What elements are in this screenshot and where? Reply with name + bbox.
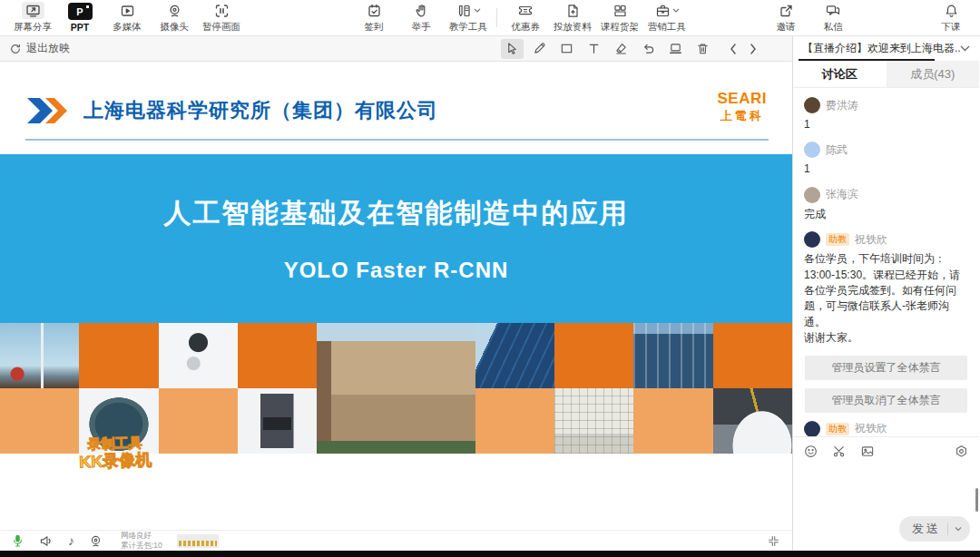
raise-hand-icon [414, 2, 429, 19]
refresh-circle-icon [9, 43, 22, 55]
seari-logo-subtext: 上電科 [718, 108, 767, 124]
pencil-tool[interactable] [528, 39, 551, 59]
speaker-button[interactable] [39, 534, 54, 548]
next-page-button[interactable] [748, 39, 759, 59]
laser-screen-tool[interactable] [664, 39, 687, 59]
username: 张海滨 [826, 187, 858, 202]
select-cursor-tool[interactable] [501, 39, 524, 59]
live-intro-header[interactable]: 【直播介绍】欢迎来到上海电器... [793, 36, 979, 61]
push-materials-button[interactable]: 投放资料 [549, 0, 596, 35]
undo-tool[interactable] [637, 39, 660, 59]
orange-tile [554, 323, 633, 388]
exit-presentation-label: 退出放映 [26, 41, 70, 56]
screen-share-button[interactable]: 屏幕分享 [9, 0, 56, 35]
screenshot-button[interactable] [832, 445, 846, 458]
toolbar-separator [496, 8, 497, 27]
audio-level-meter [177, 534, 219, 548]
toolbar-button-label: PPT [71, 22, 89, 33]
chat-panel: 【直播介绍】欢迎来到上海电器... 讨论区 成员(43) 费洪涛 1 陈武 1 [793, 36, 979, 551]
double-chevron-logo [25, 97, 71, 124]
settings-nut-icon [955, 445, 968, 458]
toolbar-button-label: 举手 [412, 21, 431, 34]
text-tool[interactable] [583, 39, 605, 59]
music-note-icon[interactable]: ♪ [68, 533, 74, 548]
photo-circuit-breaker [238, 388, 317, 454]
prev-page-button[interactable] [728, 39, 739, 59]
toolbar-button-label: 邀请 [777, 21, 796, 34]
assistant-badge: 助教 [826, 233, 849, 246]
exit-fullscreen-button[interactable] [768, 535, 779, 547]
raise-hand-button[interactable]: 举手 [397, 0, 445, 35]
presentation-subtoolbar: 退出放映 [0, 36, 792, 62]
sign-in-button[interactable]: 签到 [350, 0, 397, 35]
toolbar-button-label: 投放资料 [554, 21, 592, 34]
annotation-toolbar [501, 39, 754, 59]
toolbar-button-label: 下课 [942, 21, 961, 34]
coupon-button[interactable]: 优惠券 [502, 0, 549, 35]
screen-share-icon [22, 2, 44, 19]
toolbar-button-label: 课程货架 [601, 21, 639, 34]
live-intro-title: 【直播介绍】欢迎来到上海电器... [802, 41, 960, 56]
toolbar-button-label: 教学工具 [449, 21, 487, 34]
chevron-down-icon [672, 8, 680, 13]
teaching-tools-button[interactable]: 教学工具 [445, 0, 492, 35]
trash-icon [696, 42, 710, 55]
emoji-button[interactable] [804, 445, 818, 458]
slide-subtitle: YOLO Faster R-CNN [284, 258, 509, 283]
chat-message-list[interactable]: 费洪涛 1 陈武 1 张海滨 完成 [793, 88, 979, 436]
clear-trash-tool[interactable] [691, 39, 714, 59]
invite-button[interactable]: 邀请 [762, 0, 809, 35]
eraser-tool[interactable] [610, 39, 632, 59]
sign-in-check-icon [367, 2, 382, 19]
marketing-tools-button[interactable]: 营销工具 [643, 0, 691, 35]
network-info: 网络良好 累计丢包:10 [121, 531, 162, 551]
chevron-left-icon [728, 43, 739, 55]
orange-tile [238, 323, 317, 388]
toolbar-button-label: 暂停画面 [202, 21, 240, 34]
bottom-status-bar: ♪ 网络良好 累计丢包:10 [0, 530, 792, 551]
send-options-chevron-icon[interactable] [955, 526, 962, 532]
message-text: 完成 [804, 207, 968, 222]
chat-input-area[interactable]: 发送 [793, 436, 979, 551]
camera-button[interactable]: 摄像头 [151, 0, 198, 35]
photo-solar-panels [475, 323, 554, 388]
toolbar-left-group: 屏幕分享 P PPT 多媒体 摄像头 暂停画面 [9, 0, 245, 35]
avatar [804, 231, 820, 248]
end-class-button[interactable]: 下课 [927, 0, 975, 35]
pencil-icon [533, 42, 546, 55]
tab-members[interactable]: 成员(43) [887, 61, 980, 87]
message-text: 各位学员，下午培训时间为：13:00-15:30。课程已经开始，请各位学员完成签… [804, 251, 968, 346]
orange-tile [79, 323, 158, 388]
toolbar-right-group: 邀请 私信 下课 [762, 0, 975, 35]
send-image-button[interactable] [860, 445, 875, 458]
webcam-status-button[interactable] [89, 534, 103, 548]
photo-toy-robot [159, 323, 238, 388]
chat-message: 助教 祝轶欣 课间休息：14:12-14:22 [804, 421, 968, 436]
ppt-document-icon: P [68, 3, 93, 20]
multimedia-button[interactable]: 多媒体 [103, 0, 151, 35]
chat-scrollbar[interactable] [975, 488, 978, 512]
toolbar-button-label: 屏幕分享 [14, 21, 52, 34]
panel-tabs: 讨论区 成员(43) [793, 61, 979, 88]
microphone-button[interactable] [11, 533, 24, 548]
username: 费洪涛 [826, 98, 858, 113]
page-nav-group [731, 39, 754, 59]
private-message-button[interactable]: 私信 [809, 0, 857, 35]
exit-presentation-button[interactable]: 退出放映 [9, 41, 70, 56]
photo-electric-car [713, 388, 792, 454]
avatar [804, 97, 820, 113]
pause-screen-button[interactable]: 暂停画面 [198, 0, 245, 35]
send-button[interactable]: 发送 [899, 516, 970, 542]
text-icon [587, 42, 601, 55]
packet-loss-text: 累计丢包:10 [121, 541, 162, 551]
rectangle-tool[interactable] [555, 39, 578, 59]
teaching-tools-icon [456, 2, 481, 19]
ppt-button[interactable]: P PPT [56, 0, 103, 35]
tab-discussion[interactable]: 讨论区 [793, 61, 887, 87]
chat-settings-button[interactable] [955, 445, 968, 458]
course-shelf-button[interactable]: 课程货架 [596, 0, 643, 35]
chat-message: 助教 祝轶欣 各位学员，下午培训时间为：13:00-15:30。课程已经开始，请… [804, 231, 968, 346]
media-play-icon [120, 2, 135, 19]
orange-tile [633, 388, 712, 454]
toolbar-button-label: 营销工具 [648, 21, 686, 34]
